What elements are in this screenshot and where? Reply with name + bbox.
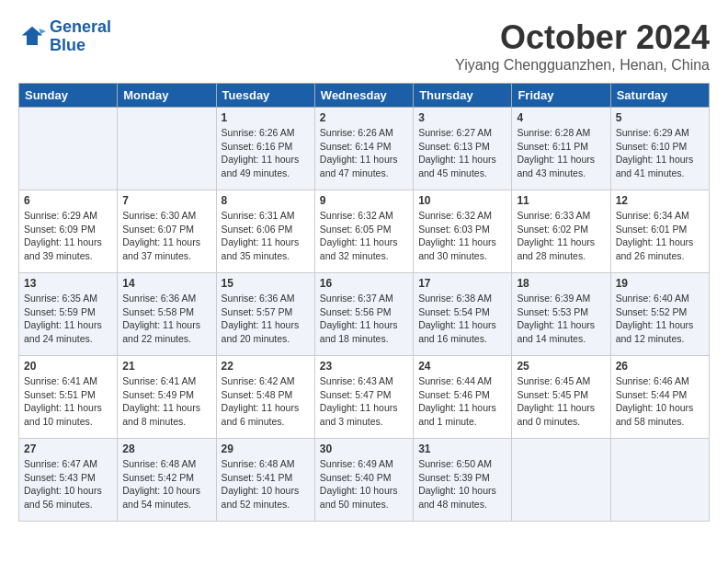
day-header-thursday: Thursday [414, 84, 512, 108]
day-info: Sunrise: 6:32 AM Sunset: 6:05 PM Dayligh… [320, 209, 408, 263]
day-cell: 7Sunrise: 6:30 AM Sunset: 6:07 PM Daylig… [118, 190, 216, 273]
week-row-3: 13Sunrise: 6:35 AM Sunset: 5:59 PM Dayli… [19, 273, 710, 356]
day-cell: 5Sunrise: 6:29 AM Sunset: 6:10 PM Daylig… [610, 108, 709, 190]
day-cell: 15Sunrise: 6:36 AM Sunset: 5:57 PM Dayli… [216, 273, 314, 356]
day-header-monday: Monday [118, 84, 216, 108]
day-number: 24 [418, 360, 506, 373]
calendar-table: SundayMondayTuesdayWednesdayThursdayFrid… [18, 83, 710, 522]
logo-text: General Blue [50, 18, 111, 55]
day-info: Sunrise: 6:45 AM Sunset: 5:45 PM Dayligh… [517, 374, 605, 429]
title-block: October 2024 Yiyang Chengguanzhen, Henan… [455, 18, 710, 74]
day-cell: 16Sunrise: 6:37 AM Sunset: 5:56 PM Dayli… [314, 273, 413, 356]
day-cell: 2Sunrise: 6:26 AM Sunset: 6:14 PM Daylig… [314, 108, 413, 190]
day-number: 9 [320, 194, 408, 207]
day-info: Sunrise: 6:38 AM Sunset: 5:54 PM Dayligh… [418, 292, 506, 346]
day-info: Sunrise: 6:28 AM Sunset: 6:11 PM Dayligh… [517, 126, 605, 180]
day-info: Sunrise: 6:40 AM Sunset: 5:52 PM Dayligh… [616, 292, 704, 346]
day-cell: 12Sunrise: 6:34 AM Sunset: 6:01 PM Dayli… [610, 190, 709, 273]
day-cell: 29Sunrise: 6:48 AM Sunset: 5:41 PM Dayli… [216, 439, 314, 522]
day-header-wednesday: Wednesday [314, 84, 413, 108]
day-info: Sunrise: 6:26 AM Sunset: 6:16 PM Dayligh… [222, 126, 310, 180]
day-cell: 4Sunrise: 6:28 AM Sunset: 6:11 PM Daylig… [512, 108, 610, 190]
week-row-4: 20Sunrise: 6:41 AM Sunset: 5:51 PM Dayli… [19, 356, 710, 439]
day-cell: 17Sunrise: 6:38 AM Sunset: 5:54 PM Dayli… [414, 273, 512, 356]
logo: General Blue [18, 18, 111, 55]
day-cell: 13Sunrise: 6:35 AM Sunset: 5:59 PM Dayli… [19, 273, 118, 356]
day-cell: 10Sunrise: 6:32 AM Sunset: 6:03 PM Dayli… [414, 190, 512, 273]
day-info: Sunrise: 6:48 AM Sunset: 5:42 PM Dayligh… [122, 457, 210, 511]
day-number: 14 [122, 277, 210, 290]
day-info: Sunrise: 6:35 AM Sunset: 5:59 PM Dayligh… [24, 292, 112, 346]
day-info: Sunrise: 6:30 AM Sunset: 6:07 PM Dayligh… [122, 209, 210, 263]
day-number: 11 [517, 194, 605, 207]
day-cell: 11Sunrise: 6:33 AM Sunset: 6:02 PM Dayli… [512, 190, 610, 273]
day-cell: 19Sunrise: 6:40 AM Sunset: 5:52 PM Dayli… [610, 273, 709, 356]
day-info: Sunrise: 6:47 AM Sunset: 5:43 PM Dayligh… [24, 457, 112, 511]
day-cell: 21Sunrise: 6:41 AM Sunset: 5:49 PM Dayli… [118, 356, 216, 439]
day-info: Sunrise: 6:44 AM Sunset: 5:46 PM Dayligh… [418, 374, 506, 429]
day-cell: 25Sunrise: 6:45 AM Sunset: 5:45 PM Dayli… [512, 356, 610, 439]
day-cell [610, 439, 709, 522]
day-info: Sunrise: 6:36 AM Sunset: 5:58 PM Dayligh… [122, 292, 210, 346]
day-number: 27 [24, 442, 112, 455]
week-row-2: 6Sunrise: 6:29 AM Sunset: 6:09 PM Daylig… [19, 190, 710, 273]
day-info: Sunrise: 6:37 AM Sunset: 5:56 PM Dayligh… [320, 292, 408, 346]
day-header-friday: Friday [512, 84, 610, 108]
day-number: 5 [616, 111, 704, 124]
day-info: Sunrise: 6:41 AM Sunset: 5:49 PM Dayligh… [122, 374, 210, 429]
week-row-5: 27Sunrise: 6:47 AM Sunset: 5:43 PM Dayli… [19, 439, 710, 522]
day-cell: 26Sunrise: 6:46 AM Sunset: 5:44 PM Dayli… [610, 356, 709, 439]
day-cell: 1Sunrise: 6:26 AM Sunset: 6:16 PM Daylig… [216, 108, 314, 190]
day-number: 15 [222, 277, 310, 290]
day-number: 21 [122, 360, 210, 373]
day-info: Sunrise: 6:29 AM Sunset: 6:09 PM Dayligh… [24, 209, 112, 263]
day-info: Sunrise: 6:34 AM Sunset: 6:01 PM Dayligh… [616, 209, 704, 263]
day-info: Sunrise: 6:33 AM Sunset: 6:02 PM Dayligh… [517, 209, 605, 263]
day-number: 22 [222, 360, 310, 373]
day-cell: 24Sunrise: 6:44 AM Sunset: 5:46 PM Dayli… [414, 356, 512, 439]
day-info: Sunrise: 6:41 AM Sunset: 5:51 PM Dayligh… [24, 374, 112, 429]
day-info: Sunrise: 6:29 AM Sunset: 6:10 PM Dayligh… [616, 126, 704, 180]
day-number: 20 [24, 360, 112, 373]
logo-icon [18, 23, 46, 51]
day-cell: 28Sunrise: 6:48 AM Sunset: 5:42 PM Dayli… [118, 439, 216, 522]
day-info: Sunrise: 6:50 AM Sunset: 5:39 PM Dayligh… [418, 457, 506, 511]
day-number: 4 [517, 111, 605, 124]
day-info: Sunrise: 6:32 AM Sunset: 6:03 PM Dayligh… [418, 209, 506, 263]
svg-marker-1 [40, 29, 47, 34]
day-number: 17 [418, 277, 506, 290]
day-cell: 9Sunrise: 6:32 AM Sunset: 6:05 PM Daylig… [314, 190, 413, 273]
day-number: 28 [122, 442, 210, 455]
day-info: Sunrise: 6:31 AM Sunset: 6:06 PM Dayligh… [222, 209, 310, 263]
day-info: Sunrise: 6:48 AM Sunset: 5:41 PM Dayligh… [222, 457, 310, 511]
day-info: Sunrise: 6:42 AM Sunset: 5:48 PM Dayligh… [222, 374, 310, 429]
day-number: 12 [616, 194, 704, 207]
page-header: General Blue October 2024 Yiyang Chenggu… [18, 18, 710, 74]
day-cell: 18Sunrise: 6:39 AM Sunset: 5:53 PM Dayli… [512, 273, 610, 356]
day-number: 8 [222, 194, 310, 207]
day-number: 1 [222, 111, 310, 124]
day-cell: 3Sunrise: 6:27 AM Sunset: 6:13 PM Daylig… [414, 108, 512, 190]
day-info: Sunrise: 6:39 AM Sunset: 5:53 PM Dayligh… [517, 292, 605, 346]
day-number: 18 [517, 277, 605, 290]
day-number: 23 [320, 360, 408, 373]
day-info: Sunrise: 6:27 AM Sunset: 6:13 PM Dayligh… [418, 126, 506, 180]
location: Yiyang Chengguanzhen, Henan, China [455, 57, 710, 74]
day-info: Sunrise: 6:26 AM Sunset: 6:14 PM Dayligh… [320, 126, 408, 180]
day-number: 31 [418, 442, 506, 455]
day-cell: 22Sunrise: 6:42 AM Sunset: 5:48 PM Dayli… [216, 356, 314, 439]
week-row-1: 1Sunrise: 6:26 AM Sunset: 6:16 PM Daylig… [19, 108, 710, 190]
day-number: 25 [517, 360, 605, 373]
day-cell [512, 439, 610, 522]
day-number: 26 [616, 360, 704, 373]
day-number: 2 [320, 111, 408, 124]
day-cell [118, 108, 216, 190]
day-number: 6 [24, 194, 112, 207]
day-number: 16 [320, 277, 408, 290]
day-cell [19, 108, 118, 190]
day-cell: 8Sunrise: 6:31 AM Sunset: 6:06 PM Daylig… [216, 190, 314, 273]
day-cell: 31Sunrise: 6:50 AM Sunset: 5:39 PM Dayli… [414, 439, 512, 522]
day-cell: 6Sunrise: 6:29 AM Sunset: 6:09 PM Daylig… [19, 190, 118, 273]
day-cell: 23Sunrise: 6:43 AM Sunset: 5:47 PM Dayli… [314, 356, 413, 439]
days-header-row: SundayMondayTuesdayWednesdayThursdayFrid… [19, 84, 710, 108]
